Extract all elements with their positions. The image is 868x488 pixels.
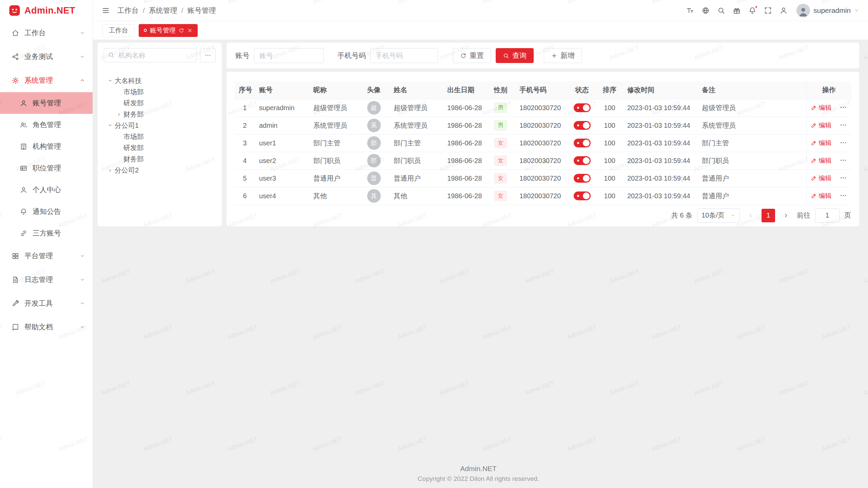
phone-filter-input[interactable]	[370, 48, 438, 63]
tree-caret-icon[interactable]	[115, 88, 123, 97]
sidebar-item-business-test[interactable]: 业务测试	[0, 45, 93, 68]
sidebar-item-dev-tools[interactable]: 开发工具	[0, 291, 93, 315]
user-menu[interactable]: superadmin	[796, 4, 859, 17]
cell-name: 系统管理员	[390, 117, 443, 134]
font-size-button[interactable]	[686, 6, 694, 15]
cell-birthdate: 1986-06-28	[443, 187, 486, 205]
account-filter-label: 账号	[235, 51, 250, 60]
breadcrumb-item-account-management: 账号管理	[188, 6, 216, 15]
sidebar-item-platform-management[interactable]: 平台管理	[0, 244, 93, 268]
cell-modified-time: 2023-01-03 10:59:44	[623, 99, 698, 117]
sidebar-item-personal-center[interactable]: 个人中心	[0, 179, 93, 201]
search-icon	[717, 6, 725, 15]
status-toggle[interactable]	[574, 191, 591, 200]
query-button[interactable]: 查询	[496, 48, 534, 63]
add-button[interactable]: 新增	[544, 48, 582, 63]
sidebar-menu: 工作台 业务测试 系统管理 账号管理 角色管理	[0, 21, 93, 488]
tree-node[interactable]: 财务部	[104, 109, 216, 120]
edit-button[interactable]: 编辑	[811, 103, 831, 112]
tree-caret-icon[interactable]	[106, 121, 115, 130]
user-icon	[20, 99, 27, 107]
status-toggle[interactable]	[574, 174, 591, 183]
row-more-button[interactable]	[840, 104, 847, 112]
cell-sort: 100	[596, 152, 623, 169]
sidebar-item-account-management[interactable]: 账号管理	[0, 92, 93, 114]
row-more-button[interactable]	[840, 192, 847, 200]
gift-icon	[733, 6, 741, 15]
sidebar-item-third-party-account[interactable]: 三方账号	[0, 222, 93, 244]
collapse-menu-button[interactable]	[102, 6, 110, 15]
status-toggle[interactable]	[574, 121, 591, 130]
row-more-button[interactable]	[840, 139, 847, 147]
tree-caret-icon[interactable]	[115, 99, 123, 108]
cell-modified-time: 2023-01-03 10:59:44	[623, 152, 698, 169]
status-toggle[interactable]	[574, 139, 591, 147]
sidebar-item-label: 日志管理	[24, 275, 80, 284]
column-header-gender: 性别	[486, 81, 515, 99]
reset-button[interactable]: 重置	[453, 48, 491, 63]
tree-node[interactable]: 财务部	[104, 154, 216, 165]
tree-caret-icon[interactable]	[115, 110, 123, 119]
page-size-select[interactable]: 10条/页	[697, 208, 740, 223]
fullscreen-button[interactable]	[764, 6, 772, 15]
tree-caret-icon[interactable]	[106, 77, 115, 85]
theme-skin-button[interactable]	[733, 6, 741, 15]
tree-node[interactable]: 研发部	[104, 98, 216, 109]
account-filter-input[interactable]	[254, 48, 324, 63]
tab-close-icon[interactable]	[187, 28, 193, 33]
cell-birthdate: 1986-06-28	[443, 99, 486, 117]
tree-node[interactable]: 分公司2	[104, 165, 216, 176]
cell-name: 部门主管	[390, 134, 443, 152]
edit-button[interactable]: 编辑	[811, 139, 831, 147]
page-number-button[interactable]: 1	[762, 209, 775, 222]
row-more-button[interactable]	[840, 157, 847, 165]
tree-caret-icon[interactable]	[115, 155, 123, 164]
edit-button[interactable]: 编辑	[811, 121, 831, 130]
app-logo[interactable]: Admin.NET	[0, 0, 93, 21]
profile-button[interactable]	[780, 6, 788, 15]
breadcrumb-item-system-management[interactable]: 系统管理	[149, 6, 177, 15]
notification-button[interactable]	[748, 6, 756, 15]
globe-icon	[702, 6, 710, 15]
cell-name: 普通用户	[390, 169, 443, 187]
sidebar-item-system-management[interactable]: 系统管理	[0, 68, 93, 92]
menu-search-button[interactable]	[717, 6, 725, 15]
prev-page-button[interactable]	[745, 209, 757, 222]
tree-caret-icon[interactable]	[106, 166, 115, 175]
sidebar-item-notice[interactable]: 通知公告	[0, 201, 93, 222]
row-more-button[interactable]	[840, 174, 847, 183]
edit-button[interactable]: 编辑	[811, 156, 831, 165]
column-header-phone: 手机号码	[515, 81, 568, 99]
org-search-input[interactable]	[104, 48, 197, 62]
grid-icon	[12, 252, 19, 260]
tree-node[interactable]: 大名科技	[104, 75, 216, 86]
tab-account-management[interactable]: 账号管理	[139, 24, 198, 37]
sidebar-item-workbench[interactable]: 工作台	[0, 21, 93, 45]
sidebar-item-org-management[interactable]: 机构管理	[0, 136, 93, 157]
sidebar-item-help-docs[interactable]: 帮助文档	[0, 315, 93, 339]
idcard-icon	[20, 164, 27, 172]
tree-caret-icon[interactable]	[115, 144, 123, 152]
row-more-button[interactable]	[840, 121, 847, 130]
tab-refresh-icon[interactable]	[179, 28, 184, 33]
sidebar-item-label: 帮助文档	[24, 322, 80, 332]
language-button[interactable]	[702, 6, 710, 15]
edit-button[interactable]: 编辑	[811, 174, 831, 183]
status-toggle[interactable]	[574, 156, 591, 165]
tree-node[interactable]: 市场部	[104, 86, 216, 98]
sidebar-item-log-management[interactable]: 日志管理	[0, 268, 93, 291]
cell-account: user3	[255, 169, 309, 187]
sidebar-item-position-management[interactable]: 职位管理	[0, 157, 93, 179]
status-toggle[interactable]	[574, 103, 591, 112]
tree-node[interactable]: 分公司1	[104, 120, 216, 131]
org-more-button[interactable]	[200, 48, 216, 62]
tree-node[interactable]: 市场部	[104, 131, 216, 142]
sidebar-item-role-management[interactable]: 角色管理	[0, 114, 93, 136]
edit-button[interactable]: 编辑	[811, 191, 831, 200]
tree-caret-icon[interactable]	[115, 133, 123, 141]
next-page-button[interactable]	[780, 209, 792, 222]
goto-page-input[interactable]	[815, 208, 840, 223]
breadcrumb-item-workbench[interactable]: 工作台	[117, 6, 139, 15]
tab-workbench[interactable]: 工作台	[102, 24, 135, 37]
tree-node[interactable]: 研发部	[104, 142, 216, 154]
